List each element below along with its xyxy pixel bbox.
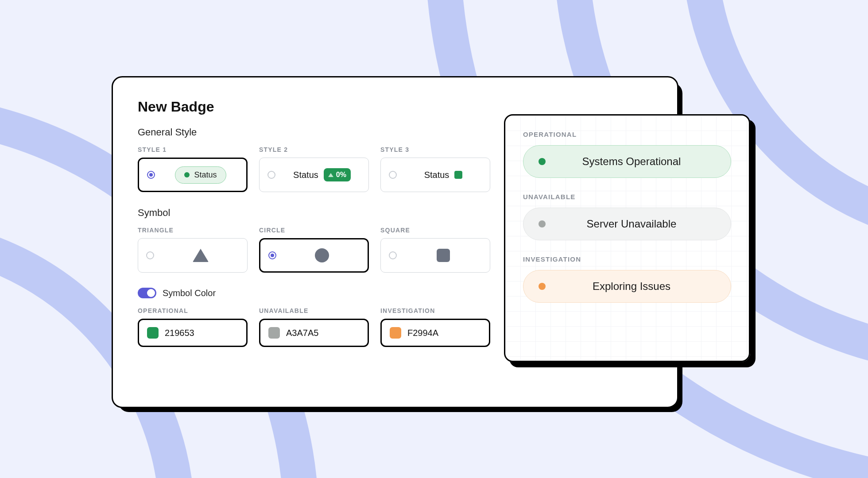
preview-unavailable-label: UNAVAILABLE — [523, 193, 731, 200]
style2-label: STYLE 2 — [259, 146, 369, 153]
dot-icon — [539, 283, 546, 290]
style2-preview: Status 0% — [283, 168, 360, 181]
chip: 0% — [324, 168, 351, 181]
chip-text: 0% — [336, 171, 346, 179]
symbol-color-label: Symbol Color — [163, 288, 216, 298]
preview-operational-label: OPERATIONAL — [523, 131, 731, 138]
radio-icon — [147, 171, 155, 179]
hex-value: 219653 — [165, 328, 194, 338]
preview-unavailable-text: Server Unavailable — [547, 218, 716, 230]
radio-icon — [146, 251, 154, 259]
symbol-option-square[interactable] — [380, 238, 490, 273]
symbol-circle-label: CIRCLE — [259, 227, 369, 234]
dot-icon — [539, 220, 546, 227]
swatch-icon — [147, 327, 159, 339]
color-operational-label: OPERATIONAL — [138, 307, 248, 314]
status-text: Status — [194, 170, 217, 180]
hex-value: F2994A — [407, 328, 438, 338]
triangle-up-icon — [328, 173, 333, 177]
status-text: Status — [424, 170, 450, 180]
square-icon — [437, 249, 450, 262]
preview-operational-badge: Systems Operational — [523, 145, 731, 178]
color-investigation-label: INVESTIGATION — [380, 307, 490, 314]
preview-operational-text: Systems Operational — [547, 155, 716, 168]
style3-preview: Status — [405, 170, 482, 180]
symbol-option-triangle[interactable] — [138, 238, 248, 273]
radio-icon — [268, 251, 276, 259]
color-unavailable-input[interactable]: A3A7A5 — [259, 319, 369, 347]
square-icon — [454, 171, 462, 179]
symbol-triangle-label: TRIANGLE — [138, 227, 248, 234]
circle-icon — [315, 248, 329, 262]
preview-investigation-badge: Exploring Issues — [523, 270, 731, 303]
preview-investigation-text: Exploring Issues — [547, 280, 716, 293]
style-option-2[interactable]: Status 0% — [259, 158, 369, 192]
symbol-color-toggle[interactable] — [138, 288, 156, 298]
radio-icon — [389, 251, 397, 259]
hex-value: A3A7A5 — [286, 328, 318, 338]
preview-unavailable-badge: Server Unavailable — [523, 208, 731, 240]
triangle-icon — [193, 249, 209, 262]
card-title: New Badge — [138, 99, 652, 115]
style1-label: STYLE 1 — [138, 146, 248, 153]
badge-preview-card: OPERATIONAL Systems Operational UNAVAILA… — [504, 114, 750, 362]
style-option-1[interactable]: Status — [138, 158, 248, 192]
color-unavailable-label: UNAVAILABLE — [259, 307, 369, 314]
preview-investigation-label: INVESTIGATION — [523, 255, 731, 263]
style3-label: STYLE 3 — [380, 146, 490, 153]
symbol-option-circle[interactable] — [259, 238, 369, 273]
color-investigation-input[interactable]: F2994A — [380, 319, 490, 347]
dot-icon — [539, 158, 546, 165]
symbol-square-label: SQUARE — [380, 227, 490, 234]
radio-icon — [267, 171, 275, 179]
swatch-icon — [390, 327, 401, 339]
radio-icon — [389, 171, 397, 179]
style1-preview: Status — [163, 166, 238, 184]
status-text: Status — [293, 170, 318, 180]
color-operational-input[interactable]: 219653 — [138, 319, 248, 347]
style-option-3[interactable]: Status — [380, 158, 490, 192]
dot-icon — [184, 172, 190, 177]
swatch-icon — [268, 327, 280, 339]
